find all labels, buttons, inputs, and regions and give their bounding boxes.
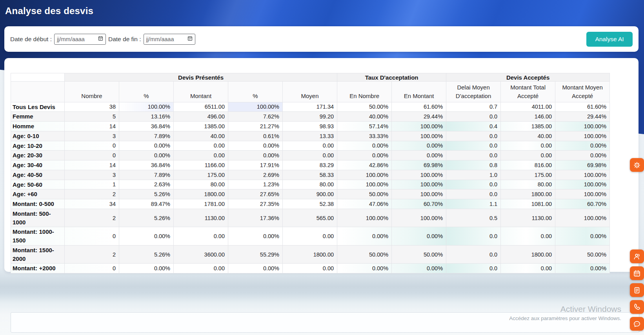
table-cell: 0.00 <box>501 151 555 160</box>
start-date-input[interactable]: jj/mm/aaaa <box>54 34 106 45</box>
phone-icon <box>633 303 641 311</box>
table-cell: 5.26% <box>119 209 174 227</box>
table-cell: 0.0 <box>446 141 501 151</box>
table-cell: 171.34 <box>283 102 337 112</box>
table-cell: 0.00 <box>283 227 337 246</box>
fab-contacts-button[interactable] <box>630 249 644 263</box>
table-row: Age: 40-5037.89%175.002.69%58.33100.00%1… <box>11 170 610 180</box>
fab-settings-button[interactable] <box>630 158 644 172</box>
table-cell: 1130.00 <box>174 209 228 227</box>
filter-bar: Date de début : jj/mm/aaaa Date de fin :… <box>4 26 639 52</box>
table-cell: 1800.00 <box>501 245 555 264</box>
table-cell: 0.00 <box>283 264 337 273</box>
column-header-row: Nombre%Montant%MoyenEn NombreEn MontantD… <box>11 82 610 102</box>
quotes-analysis-table: Devis PrésentésTaux D'acceptationDevis A… <box>11 73 610 273</box>
table-cell: 0.61% <box>228 131 283 141</box>
table-cell: 17.91% <box>228 160 283 170</box>
table-row: Montant: +200000.00%0.000.00%0.000.00%0.… <box>11 264 610 273</box>
table-row: Tous Les Devis38100.00%6511.00100.00%171… <box>11 102 610 112</box>
table-cell: 0.0 <box>446 180 501 189</box>
table-cell: 99.20 <box>283 112 337 122</box>
row-label: Age: +60 <box>11 189 65 199</box>
table-cell: 1.0 <box>446 170 501 180</box>
table-cell: 1800.00 <box>283 245 337 264</box>
table-cell: 2 <box>65 189 119 199</box>
table-cell: 100.00% <box>337 180 392 189</box>
column-header: En Nombre <box>337 82 392 102</box>
table-cell: 5.26% <box>119 189 174 199</box>
table-cell: 0.00% <box>555 264 610 273</box>
table-cell: 2.63% <box>119 180 174 189</box>
fab-calendar-button[interactable] <box>630 266 644 280</box>
table-cell: 900.00 <box>283 189 337 199</box>
end-date-placeholder: jj/mm/aaaa <box>146 36 174 42</box>
table-cell: 3600.00 <box>174 245 228 264</box>
table-row: Age: 10-2000.00%0.000.00%0.000.00%0.00%0… <box>11 141 610 151</box>
row-label: Montant: 0-500 <box>11 199 65 209</box>
chat-icon <box>633 320 641 328</box>
table-cell: 61.60% <box>555 102 610 112</box>
analyse-ai-button[interactable]: Analyse AI <box>586 32 633 47</box>
row-label: Montant: 500-1000 <box>11 209 65 227</box>
table-cell: 36.84% <box>119 122 174 131</box>
column-header: Nombre <box>65 82 119 102</box>
column-group-header: Taux D'acceptation <box>337 73 446 82</box>
table-cell: 0.00% <box>555 151 610 160</box>
column-group-header: Devis Acceptés <box>446 73 610 82</box>
table-cell: 0.00 <box>501 264 555 273</box>
table-cell: 40.00% <box>337 112 392 122</box>
table-cell: 0.00 <box>501 227 555 246</box>
table-cell: 1081.00 <box>501 199 555 209</box>
table-cell: 0.00% <box>337 141 392 151</box>
table-cell: 0.0 <box>446 189 501 199</box>
table-row: Montant: 0-5003489.47%1781.0027.35%52.38… <box>11 199 610 209</box>
table-cell: 80.00 <box>283 180 337 189</box>
table-cell: 1 <box>65 180 119 189</box>
table-cell: 1385.00 <box>501 122 555 131</box>
table-cell: 50.00% <box>337 102 392 112</box>
table-head: Devis PrésentésTaux D'acceptationDevis A… <box>11 73 610 102</box>
table-row: Age: +6025.26%1800.0027.65%900.0050.00%1… <box>11 189 610 199</box>
page-title: Analyse des desvis <box>5 5 93 16</box>
calendar-picker-icon[interactable] <box>187 35 193 43</box>
table-cell: 98.93 <box>283 122 337 131</box>
table-cell: 17.36% <box>228 209 283 227</box>
column-header <box>11 82 65 102</box>
table-cell: 175.00 <box>501 170 555 180</box>
table-cell: 0.00% <box>119 264 174 273</box>
table-cell: 100.00% <box>119 102 174 112</box>
table-cell: 89.47% <box>119 199 174 209</box>
table-cell: 100.00% <box>337 170 392 180</box>
table-cell: 0.00% <box>555 141 610 151</box>
document-icon <box>633 286 641 295</box>
table-cell: 34 <box>65 199 119 209</box>
table-cell: 29.44% <box>392 112 446 122</box>
table-cell: 2.69% <box>228 170 283 180</box>
table-cell: 5.26% <box>119 245 174 264</box>
table-cell: 816.00 <box>501 160 555 170</box>
table-cell: 0.0 <box>446 227 501 246</box>
table-cell: 0.00 <box>174 264 228 273</box>
end-date-input[interactable]: jj/mm/aaaa <box>144 34 195 45</box>
table-cell: 58.33 <box>283 170 337 180</box>
table-row: Age: 20-3000.00%0.000.00%0.000.00%0.00%0… <box>11 151 610 160</box>
person-icon <box>633 252 641 261</box>
table-cell: 1130.00 <box>501 209 555 227</box>
table-cell: 7.89% <box>119 131 174 141</box>
table-cell: 50.00% <box>392 245 446 264</box>
table-cell: 57.14% <box>337 122 392 131</box>
row-label: Age: 30-40 <box>11 160 65 170</box>
table-cell: 0.00 <box>501 141 555 151</box>
table-cell: 0.00% <box>228 141 283 151</box>
table-cell: 13.16% <box>119 112 174 122</box>
fab-chat-button[interactable] <box>630 317 644 331</box>
table-body: Tous Les Devis38100.00%6511.00100.00%171… <box>11 102 610 273</box>
column-header: % <box>228 82 283 102</box>
fab-phone-button[interactable] <box>630 300 644 314</box>
gear-icon <box>633 161 641 169</box>
table-cell: 1781.00 <box>174 199 228 209</box>
calendar-picker-icon[interactable] <box>98 35 104 43</box>
table-cell: 100.00% <box>228 102 283 112</box>
fab-notes-button[interactable] <box>630 283 644 297</box>
table-cell: 0.00% <box>228 227 283 246</box>
